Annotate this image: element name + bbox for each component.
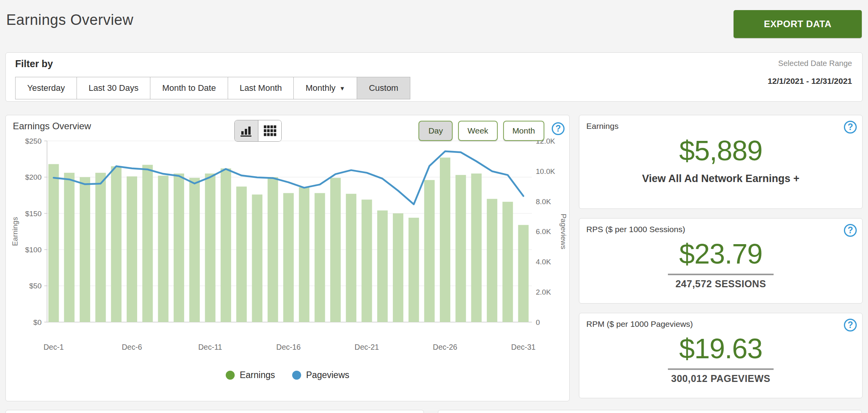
selected-date-range-value: 12/1/2021 - 12/31/2021 <box>768 76 852 86</box>
rpm-stat-card: RPM ($ per 1000 Pageviews) ? $19.63 300,… <box>579 313 863 398</box>
chart-help-icon[interactable]: ? <box>552 122 565 135</box>
table-view-button[interactable] <box>258 120 281 141</box>
rps-help-icon[interactable]: ? <box>844 224 857 237</box>
svg-text:Dec-11: Dec-11 <box>198 343 222 351</box>
earnings-overview-page: Earnings Overview EXPORT DATA Filter by … <box>0 0 868 413</box>
filter-title: Filter by <box>15 58 853 69</box>
granularity-button-group: DayWeekMonth <box>418 121 544 141</box>
svg-text:$250: $250 <box>25 137 42 145</box>
filter-button-monthly[interactable]: Monthly▼ <box>293 77 357 99</box>
granularity-button-week[interactable]: Week <box>458 121 497 141</box>
grid-table-icon <box>264 125 276 136</box>
svg-text:$100: $100 <box>25 246 42 254</box>
next-panel-left-edge <box>5 410 424 413</box>
export-data-button[interactable]: EXPORT DATA <box>734 10 862 38</box>
earnings-total-value: $5,889 <box>586 135 855 167</box>
filter-button-custom[interactable]: Custom <box>357 77 410 99</box>
earnings-stat-card: Earnings ? $5,889 View All Ad Network Ea… <box>579 115 863 209</box>
earnings-help-icon[interactable]: ? <box>844 121 857 134</box>
svg-text:8.0K: 8.0K <box>536 198 551 206</box>
svg-text:Dec-1: Dec-1 <box>44 343 64 351</box>
chart-view-toggle <box>234 120 282 142</box>
filter-button-month-to-date[interactable]: Month to Date <box>150 77 228 99</box>
divider <box>668 368 774 370</box>
svg-text:Pageviews: Pageviews <box>559 213 568 249</box>
legend-label: Pageviews <box>306 370 349 380</box>
rpm-help-icon[interactable]: ? <box>844 319 857 331</box>
legend-item-pageviews: Pageviews <box>292 370 349 380</box>
svg-text:10.0K: 10.0K <box>536 167 555 175</box>
page-title: Earnings Overview <box>6 12 133 28</box>
svg-text:0: 0 <box>536 318 540 326</box>
stat-label: RPM ($ per 1000 Pageviews) <box>586 319 855 329</box>
stat-label: RPS ($ per 1000 Sessions) <box>586 225 855 234</box>
legend-label: Earnings <box>240 370 275 380</box>
svg-text:$200: $200 <box>25 173 42 181</box>
earnings-pageviews-chart[interactable]: $0$50$100$150$200$25002.0K4.0K6.0K8.0K10… <box>6 115 569 401</box>
chevron-down-icon: ▼ <box>340 85 345 92</box>
legend-item-earnings: Earnings <box>226 370 275 380</box>
rps-stat-card: RPS ($ per 1000 Sessions) ? $23.79 247,5… <box>579 218 863 304</box>
svg-text:Dec-31: Dec-31 <box>511 343 536 351</box>
svg-text:Dec-26: Dec-26 <box>433 343 457 351</box>
svg-text:$50: $50 <box>29 282 42 290</box>
filter-button-last-month[interactable]: Last Month <box>228 77 294 99</box>
svg-text:4.0K: 4.0K <box>536 258 551 266</box>
chart-title: Earnings Overview <box>13 121 91 132</box>
filter-button-last-30-days[interactable]: Last 30 Days <box>77 77 150 99</box>
svg-text:2.0K: 2.0K <box>536 288 551 296</box>
stat-label: Earnings <box>586 121 855 131</box>
bar-chart-icon <box>241 125 252 137</box>
granularity-button-day[interactable]: Day <box>418 121 453 141</box>
svg-text:Earnings: Earnings <box>11 217 19 246</box>
next-panel-right-edge <box>438 410 862 413</box>
earnings-chart-panel: $0$50$100$150$200$25002.0K4.0K6.0K8.0K10… <box>5 115 570 401</box>
selected-date-range: Selected Date Range 12/1/2021 - 12/31/20… <box>768 59 852 86</box>
svg-text:Dec-16: Dec-16 <box>276 343 301 351</box>
granularity-button-month[interactable]: Month <box>503 121 544 141</box>
legend-dot <box>226 371 235 380</box>
svg-text:$150: $150 <box>25 210 42 218</box>
chart-view-button[interactable] <box>235 120 258 141</box>
filter-panel: Filter by YesterdayLast 30 DaysMonth to … <box>5 52 863 102</box>
svg-text:$0: $0 <box>33 318 42 326</box>
svg-text:Dec-21: Dec-21 <box>355 343 379 351</box>
sessions-count: 247,572 SESSIONS <box>586 278 855 290</box>
selected-date-range-label: Selected Date Range <box>768 59 852 68</box>
svg-text:6.0K: 6.0K <box>536 227 551 236</box>
rpm-value: $19.63 <box>586 333 855 364</box>
svg-text:Dec-6: Dec-6 <box>122 343 142 351</box>
chart-legend: EarningsPageviews <box>226 370 349 380</box>
date-filter-button-group: YesterdayLast 30 DaysMonth to DateLast M… <box>15 77 410 99</box>
filter-button-yesterday[interactable]: Yesterday <box>15 77 77 99</box>
pageviews-count: 300,012 PAGEVIEWS <box>586 373 855 384</box>
view-ad-network-earnings-link[interactable]: View All Ad Network Earnings + <box>586 173 855 185</box>
legend-dot <box>292 371 301 380</box>
rps-value: $23.79 <box>586 238 855 270</box>
divider <box>668 274 774 275</box>
